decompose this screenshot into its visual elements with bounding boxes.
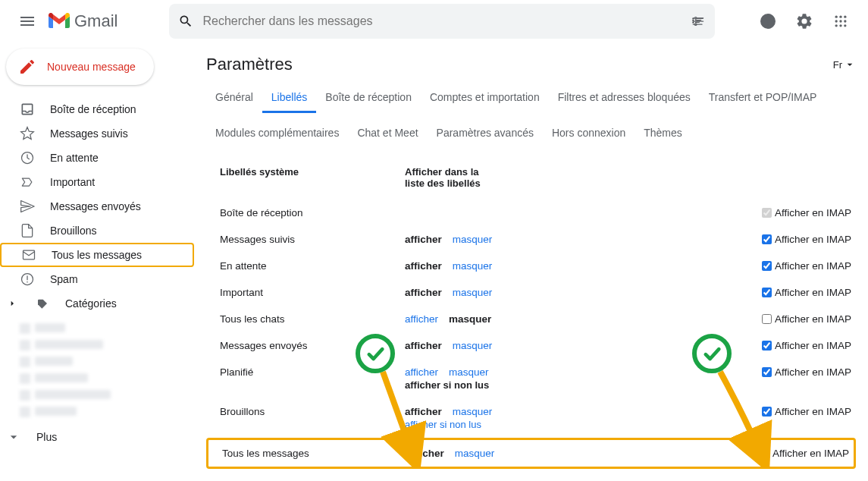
apps-button[interactable]	[826, 6, 856, 36]
label-name: Tous les chats	[220, 313, 405, 325]
imap-label: Afficher en IMAP	[775, 406, 851, 417]
show-link[interactable]: afficher	[405, 313, 438, 325]
tab-libell-s[interactable]: Libellés	[262, 83, 316, 113]
main-menu-button[interactable]	[12, 6, 42, 36]
sidebar-item-star[interactable]: Messages suivis	[0, 121, 194, 146]
support-button[interactable]	[753, 6, 783, 36]
compose-label: Nouveau message	[47, 61, 136, 73]
custom-labels-blurred	[20, 323, 194, 417]
search-input[interactable]	[202, 14, 682, 28]
hide-link[interactable]: masquer	[453, 406, 493, 417]
gear-icon	[795, 12, 813, 30]
show-link[interactable]: afficher	[405, 234, 442, 245]
important-icon	[20, 174, 35, 190]
imap-checkbox[interactable]	[762, 234, 772, 244]
annotation-check-2	[692, 334, 732, 373]
gmail-logo[interactable]: Gmail	[49, 11, 118, 31]
sidebar-item-clock[interactable]: En attente	[0, 146, 194, 170]
hide-link[interactable]: masquer	[455, 448, 495, 459]
gmail-m-icon	[49, 13, 70, 30]
send-icon	[20, 199, 35, 214]
annotation-arrow-1	[375, 368, 428, 467]
svg-rect-15	[24, 250, 35, 259]
hide-link[interactable]: masquer	[453, 287, 493, 298]
show-link[interactable]: afficher	[405, 287, 442, 298]
sidebar-item-label: Tous les messages	[52, 249, 142, 261]
show-link[interactable]: afficher	[405, 340, 442, 351]
more-toggle[interactable]: Plus	[0, 425, 194, 449]
clock-icon	[20, 150, 35, 165]
sidebar-item-send[interactable]: Messages envoyés	[0, 194, 194, 218]
settings-button[interactable]	[789, 6, 819, 36]
apps-grid-icon	[833, 14, 848, 29]
star-icon	[20, 126, 35, 141]
tab-g-n-ral[interactable]: Général	[206, 83, 262, 113]
chevron-down-icon	[844, 58, 856, 71]
sidebar-item-label: En attente	[50, 152, 99, 164]
spam-icon	[20, 272, 35, 287]
sidebar-item-label: Messages envoyés	[50, 200, 141, 212]
sidebar-item-label: Spam	[50, 273, 78, 285]
inbox-icon	[20, 102, 35, 117]
tab-th-mes[interactable]: Thèmes	[635, 119, 691, 146]
sidebar-item-spam[interactable]: Spam	[0, 267, 194, 291]
sidebar-item-mail[interactable]: Tous les messages	[0, 243, 194, 267]
sidebar-item-label: Boîte de réception	[50, 103, 136, 115]
label-row: ImportantaffichermasquerAfficher en IMAP	[206, 279, 856, 306]
draft-icon	[20, 223, 35, 238]
imap-label: Afficher en IMAP	[775, 313, 851, 325]
show-if-unread[interactable]: afficher si non lus	[405, 379, 738, 391]
label-row: Messages envoyésaffichermasquerAfficher …	[206, 332, 856, 359]
search-options-icon[interactable]	[691, 14, 706, 29]
imap-checkbox[interactable]	[762, 261, 772, 271]
tab-hors-connexion[interactable]: Hors connexion	[543, 119, 635, 146]
svg-point-7	[844, 16, 846, 18]
show-if-unread[interactable]: afficher si non lus	[405, 419, 738, 430]
imap-checkbox[interactable]	[762, 314, 772, 324]
svg-point-5	[835, 16, 838, 18]
pencil-icon	[18, 58, 36, 76]
annotation-arrow-2	[713, 368, 773, 467]
tab-param-tres-avanc-s[interactable]: Paramètres avancés	[428, 119, 543, 146]
sidebar-item-important[interactable]: Important	[0, 170, 194, 194]
col-header-show: Afficher dans la liste des libellés	[405, 166, 496, 189]
tab-filtres-et-adresses-bloqu-es[interactable]: Filtres et adresses bloquées	[549, 83, 700, 113]
hamburger-icon	[18, 12, 36, 30]
imap-checkbox[interactable]	[762, 288, 772, 297]
language-menu[interactable]: Fr	[833, 58, 856, 71]
svg-point-9	[839, 20, 841, 22]
tab-bo-te-de-r-ception[interactable]: Boîte de réception	[316, 83, 421, 113]
search-bar[interactable]	[169, 4, 715, 39]
hide-link[interactable]: masquer	[453, 260, 493, 272]
imap-checkbox[interactable]	[762, 341, 772, 351]
sidebar-item-inbox[interactable]: Boîte de réception	[0, 97, 194, 121]
svg-point-12	[839, 24, 841, 27]
svg-point-11	[835, 24, 838, 27]
imap-label: Afficher en IMAP	[775, 287, 851, 298]
tab-transfert-et-pop-imap[interactable]: Transfert et POP/IMAP	[700, 83, 826, 113]
imap-label: Afficher en IMAP	[775, 234, 851, 245]
tab-chat-et-meet[interactable]: Chat et Meet	[348, 119, 427, 146]
svg-point-13	[844, 24, 846, 27]
label-name: Messages suivis	[220, 234, 405, 245]
tab-comptes-et-importation[interactable]: Comptes et importation	[421, 83, 549, 113]
hide-link[interactable]: masquer	[449, 366, 489, 378]
brand-text: Gmail	[74, 11, 118, 31]
hide-link[interactable]: masquer	[453, 340, 493, 351]
label-name: Important	[220, 287, 405, 298]
imap-label: Afficher en IMAP	[772, 448, 849, 459]
search-icon	[178, 14, 193, 29]
hide-link[interactable]: masquer	[453, 234, 493, 245]
more-label: Plus	[36, 431, 57, 443]
sidebar-item-tag[interactable]: Catégories	[0, 291, 194, 316]
sidebar-item-label: Important	[50, 176, 95, 188]
compose-button[interactable]: Nouveau message	[6, 49, 154, 85]
tab-modules-compl-mentaires[interactable]: Modules complémentaires	[206, 119, 348, 146]
sidebar-item-draft[interactable]: Brouillons	[0, 218, 194, 243]
sidebar-item-label: Catégories	[65, 297, 117, 310]
hide-link[interactable]: masquer	[449, 313, 491, 325]
label-name: Boîte de réception	[220, 207, 405, 218]
show-link[interactable]: afficher	[405, 260, 442, 272]
label-row: Boîte de réceptionAfficher en IMAP	[206, 200, 856, 226]
imap-checkbox[interactable]	[762, 208, 772, 218]
